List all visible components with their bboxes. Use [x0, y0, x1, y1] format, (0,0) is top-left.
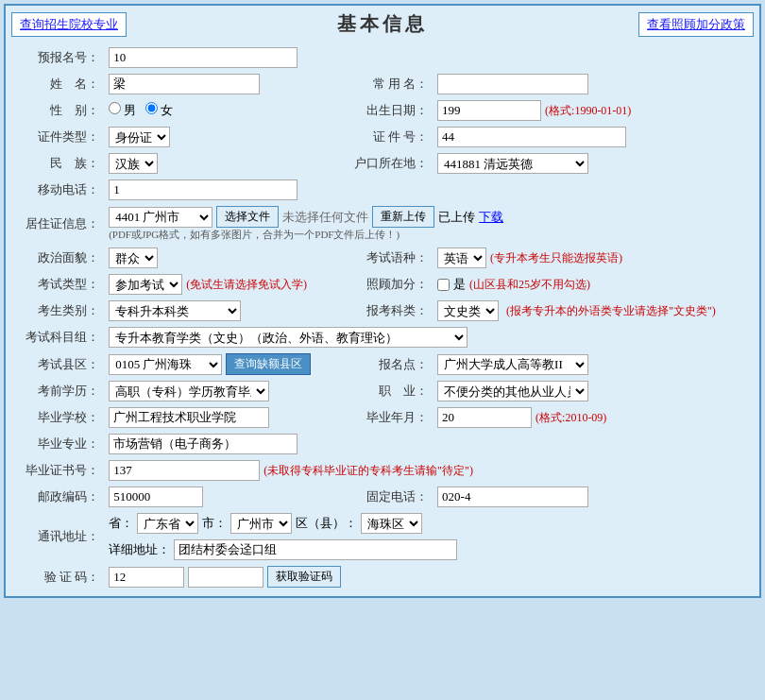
school-label: 毕业学校： — [11, 404, 104, 431]
major-input[interactable] — [109, 434, 298, 454]
page-title: 基本信息 — [337, 11, 428, 37]
major-cell — [104, 431, 754, 457]
examlang-group: 英语 (专升本考生只能选报英语) — [437, 248, 749, 268]
prefer-checkbox[interactable] — [437, 279, 450, 291]
reupload-btn[interactable]: 重新上传 — [372, 206, 434, 228]
examtype-select[interactable]: 参加考试 — [109, 274, 182, 295]
preregno-label: 预报名号： — [11, 44, 104, 71]
district-select[interactable]: 海珠区 — [361, 513, 422, 534]
gender-male-radio[interactable] — [109, 102, 121, 114]
row-gender: 性 别： 男 女 出生日期： (格式:1990-01-01) — [11, 97, 754, 124]
school-cell — [104, 404, 340, 431]
row-diplomano: 毕业证书号： (未取得专科毕业证的专科考生请输"待定") — [11, 457, 754, 484]
examtype-cell: 参加考试 (免试生请选择免试入学) — [104, 271, 340, 298]
residence-label: 居住证信息： — [11, 203, 104, 245]
postcode-label: 邮政编码： — [11, 484, 104, 510]
ethnicity-select[interactable]: 汉族 — [109, 153, 158, 174]
commonname-input[interactable] — [437, 74, 588, 94]
city-select[interactable]: 广州市 — [230, 513, 292, 534]
politics-select[interactable]: 群众 — [109, 248, 158, 268]
province-select[interactable]: 广东省 — [137, 513, 198, 534]
prevedu-label: 考前学历： — [11, 378, 104, 404]
query-district-btn[interactable]: 查询缺额县区 — [226, 353, 311, 375]
examlang-select[interactable]: 英语 — [437, 248, 486, 268]
gradyear-input[interactable] — [437, 407, 532, 428]
idtype-cell: 身份证 — [104, 124, 340, 150]
gender-label: 性 别： — [11, 97, 104, 124]
fixedphone-cell — [433, 484, 754, 510]
gender-radio-group: 男 女 — [109, 103, 178, 117]
idno-input[interactable] — [437, 127, 626, 147]
address-region-group: 省： 广东省 市： 广州市 区（县）： 海珠区 — [109, 513, 749, 534]
phone-input[interactable] — [109, 179, 298, 200]
get-captcha-btn[interactable]: 获取验证码 — [267, 566, 341, 588]
diplomano-input[interactable] — [109, 460, 260, 481]
captcha-input[interactable] — [109, 567, 184, 588]
idtype-select[interactable]: 身份证 — [109, 127, 170, 147]
birthday-input[interactable] — [437, 100, 541, 121]
link-view-policy[interactable]: 查看照顾加分政策 — [638, 12, 754, 37]
download-link[interactable]: 下载 — [479, 209, 503, 226]
residence-city-select[interactable]: 4401 广州市 — [109, 207, 212, 228]
name-input[interactable] — [109, 74, 260, 94]
politics-cell: 群众 — [104, 245, 340, 271]
domicile-label: 户口所在地： — [340, 150, 433, 177]
row-residence: 居住证信息： 4401 广州市 选择文件 未选择任何文件 重新上传 已上传 下载… — [11, 203, 754, 245]
link-query-schools[interactable]: 查询招生院校专业 — [11, 12, 127, 37]
examlang-label: 考试语种： — [340, 245, 433, 271]
row-examtype: 考试类型： 参加考试 (免试生请选择免试入学) 照顾加分： 是 (山区县和25岁… — [11, 271, 754, 298]
regpoint-label: 报名点： — [340, 350, 433, 378]
birthday-label: 出生日期： — [340, 97, 433, 124]
examsubject-select[interactable]: 文史类 — [437, 300, 499, 321]
prevedu-select[interactable]: 高职（专科）学历教育毕业 — [109, 381, 269, 401]
subjectgroup-select[interactable]: 专升本教育学类（文史）（政治、外语、教育理论） — [109, 327, 468, 348]
preregno-cell — [104, 44, 754, 71]
school-input[interactable] — [109, 407, 269, 428]
row-phone: 移动电话： — [11, 177, 754, 203]
preregno-input[interactable] — [109, 47, 298, 68]
examdistrict-label: 考试县区： — [11, 350, 104, 378]
detail-address-input[interactable] — [174, 539, 457, 560]
detail-address-cell: 详细地址： — [104, 537, 754, 563]
name-cell — [104, 71, 340, 97]
choose-file-btn[interactable]: 选择文件 — [216, 206, 279, 228]
main-container: 查询招生院校专业 基本信息 查看照顾加分政策 预报名号： 姓 名： 常 用 名：… — [4, 4, 761, 598]
gender-male-label[interactable]: 男 — [109, 103, 140, 117]
examdistrict-group: 0105 广州海珠 查询缺额县区 — [109, 353, 335, 375]
subjectgroup-cell: 专升本教育学类（文史）（政治、外语、教育理论） — [104, 324, 754, 350]
examsubject-cell: 文史类 (报考专升本的外语类专业请选择"文史类") — [433, 298, 754, 324]
examdistrict-select[interactable]: 0105 广州海珠 — [109, 354, 222, 375]
row-candtype: 考生类别： 专科升本科类 报考科类： 文史类 (报考专升本的外语类专业请选择"文… — [11, 298, 754, 324]
regpoint-select[interactable]: 广州大学成人高等教II — [437, 354, 588, 375]
row-idtype: 证件类型： 身份证 证 件 号： — [11, 124, 754, 150]
postcode-input[interactable] — [109, 487, 203, 507]
detail-address-group: 详细地址： — [109, 539, 749, 560]
postcode-cell — [104, 484, 340, 510]
occupation-label: 职 业： — [340, 378, 433, 404]
domicile-select[interactable]: 441881 清远英德 — [437, 153, 588, 174]
politics-label: 政治面貌： — [11, 245, 104, 271]
occupation-cell: 不便分类的其他从业人员 — [433, 378, 754, 404]
examlang-hint: (专升本考生只能选报英语) — [490, 250, 622, 266]
occupation-select[interactable]: 不便分类的其他从业人员 — [437, 381, 588, 401]
row-preregno: 预报名号： — [11, 44, 754, 71]
gender-female-radio[interactable] — [145, 102, 158, 114]
candtype-select[interactable]: 专科升本科类 — [109, 300, 241, 321]
birthday-hint: (格式:1990-01-01) — [545, 103, 631, 119]
row-politics: 政治面貌： 群众 考试语种： 英语 (专升本考生只能选报英语) — [11, 245, 754, 271]
commonname-label: 常 用 名： — [340, 71, 433, 97]
gender-female-label[interactable]: 女 — [145, 103, 173, 117]
city-label: 市： — [202, 515, 227, 532]
residence-upload-group: 4401 广州市 选择文件 未选择任何文件 重新上传 已上传 下载 — [109, 206, 749, 228]
residence-cell: 4401 广州市 选择文件 未选择任何文件 重新上传 已上传 下载 (PDF或J… — [104, 203, 754, 245]
captcha-code-input[interactable] — [188, 567, 264, 588]
gradyear-label: 毕业年月： — [340, 404, 433, 431]
domicile-cell: 441881 清远英德 — [433, 150, 754, 177]
captcha-cell: 获取验证码 — [104, 563, 754, 590]
examlang-cell: 英语 (专升本考生只能选报英语) — [433, 245, 754, 271]
phone-cell — [104, 177, 754, 203]
idno-label: 证 件 号： — [340, 124, 433, 150]
diplomano-group: (未取得专科毕业证的专科考生请输"待定") — [109, 460, 749, 481]
fixedphone-input[interactable] — [437, 487, 588, 507]
fixedphone-label: 固定电话： — [340, 484, 433, 510]
